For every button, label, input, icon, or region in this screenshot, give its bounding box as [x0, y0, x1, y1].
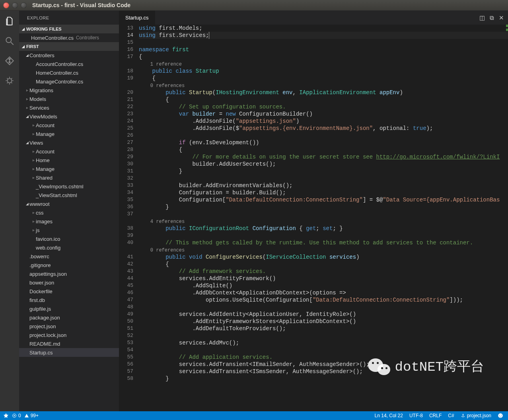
open-changes-icon[interactable]: ⧉ — [490, 14, 494, 21]
activity-bar — [0, 11, 19, 411]
chevron-right-icon: ▹ — [31, 228, 36, 232]
chevron-right-icon: ▹ — [31, 167, 36, 171]
editor-area: Startup.cs ◫ ⧉ ✕ 13141516171819202122232… — [119, 11, 508, 411]
svg-point-7 — [501, 415, 502, 416]
chevron-right-icon: ▹ — [31, 219, 36, 223]
feedback-icon[interactable] — [498, 413, 503, 418]
explorer-icon[interactable] — [4, 15, 15, 27]
window-minimize-icon[interactable] — [12, 2, 18, 8]
tree-item[interactable]: .bowerrc — [19, 252, 119, 261]
chevron-down-icon: ◢ — [25, 141, 29, 145]
window-maximize-icon[interactable] — [21, 2, 27, 8]
tree-item[interactable]: ◢Controllers — [19, 51, 119, 60]
tree-item[interactable]: ManageController.cs — [19, 77, 119, 86]
window-close-icon[interactable] — [3, 2, 9, 8]
chevron-right-icon: ▹ — [31, 176, 36, 180]
tab-actions: ◫ ⧉ ✕ — [479, 14, 508, 21]
tree-item[interactable]: _ViewImports.cshtml — [19, 182, 119, 191]
chevron-right-icon: ▹ — [25, 106, 29, 110]
tree-item[interactable]: ◢Views — [19, 138, 119, 147]
tree-item[interactable]: HomeController.cs — [19, 68, 119, 77]
chevron-right-icon: ▹ — [31, 211, 36, 215]
svg-point-5 — [498, 413, 503, 418]
code-editor[interactable]: 1314151617181920212223242526272829303132… — [119, 25, 508, 411]
tree-item[interactable]: ▹css — [19, 208, 119, 217]
chevron-down-icon: ◢ — [25, 202, 29, 206]
chevron-down-icon: ◢ — [21, 27, 25, 31]
tree-item[interactable]: Dockerfile — [19, 287, 119, 296]
project-tree: ◢ControllersAccountController.csHomeCont… — [19, 51, 119, 411]
title-bar: Startup.cs - first - Visual Studio Code — [0, 0, 508, 11]
svg-point-0 — [6, 37, 11, 43]
tree-item[interactable]: ▹js — [19, 226, 119, 234]
chevron-right-icon: ▹ — [31, 132, 36, 136]
tree-item[interactable]: favicon.ico — [19, 234, 119, 243]
status-eol[interactable]: CRLF — [429, 413, 442, 418]
tree-item[interactable]: ◢ViewModels — [19, 112, 119, 121]
tree-item[interactable]: appsettings.json — [19, 269, 119, 278]
chevron-right-icon: ▹ — [31, 158, 36, 162]
tree-item[interactable]: ▹Home — [19, 156, 119, 165]
search-icon[interactable] — [4, 35, 15, 46]
status-warnings[interactable]: 99+ — [24, 413, 39, 418]
sidebar: EXPLORE ◢ WORKING FILES HomeController.c… — [19, 11, 119, 411]
working-files-header[interactable]: ◢ WORKING FILES — [19, 25, 119, 33]
tree-item[interactable]: .gitignore — [19, 261, 119, 269]
tree-item[interactable]: README.md — [19, 339, 119, 348]
tree-item[interactable]: AccountController.cs — [19, 60, 119, 68]
chevron-down-icon: ◢ — [25, 114, 29, 118]
window-title: Startup.cs - first - Visual Studio Code — [32, 2, 130, 8]
project-header[interactable]: ◢ FIRST — [19, 42, 119, 51]
svg-point-3 — [8, 79, 12, 83]
tree-item[interactable]: ▹Manage — [19, 130, 119, 138]
debug-icon[interactable] — [4, 75, 15, 86]
tree-item[interactable]: web.config — [19, 243, 119, 252]
tree-item[interactable]: ▹Manage — [19, 165, 119, 173]
chevron-down-icon: ◢ — [21, 45, 25, 48]
tree-item[interactable]: package.json — [19, 313, 119, 322]
status-position[interactable]: Ln 14, Col 22 — [375, 413, 403, 418]
status-bar: 0 99+ Ln 14, Col 22 UTF-8 CRLF C# projec… — [0, 411, 508, 420]
chevron-right-icon: ▹ — [31, 149, 36, 153]
tree-item[interactable]: Startup.cs — [19, 348, 119, 357]
tree-item[interactable]: ▹images — [19, 217, 119, 226]
window-controls — [0, 2, 27, 8]
tree-item[interactable]: ▹Account — [19, 121, 119, 130]
tree-item[interactable]: ▹Shared — [19, 173, 119, 182]
status-project[interactable]: project.json — [461, 413, 491, 418]
overview-ruler — [506, 25, 508, 411]
tree-item[interactable]: ▹Services — [19, 103, 119, 112]
tree-item[interactable]: ▹Migrations — [19, 86, 119, 95]
sidebar-title: EXPLORE — [19, 11, 119, 25]
working-file-item[interactable]: HomeController.cs Controllers — [19, 33, 119, 42]
tree-item[interactable]: bower.json — [19, 278, 119, 287]
chevron-down-icon: ◢ — [25, 53, 29, 57]
tree-item[interactable]: ▹Account — [19, 147, 119, 156]
tree-item[interactable]: project.json — [19, 322, 119, 331]
chevron-right-icon: ▹ — [25, 88, 29, 92]
working-files-tree: HomeController.cs Controllers — [19, 33, 119, 42]
tree-item[interactable]: first.db — [19, 296, 119, 304]
close-tab-icon[interactable]: ✕ — [499, 14, 504, 21]
split-editor-icon[interactable]: ◫ — [479, 14, 485, 21]
tree-item[interactable]: project.lock.json — [19, 331, 119, 339]
tree-item[interactable]: _ViewStart.cshtml — [19, 191, 119, 199]
status-encoding[interactable]: UTF-8 — [409, 413, 423, 418]
svg-point-2 — [9, 62, 10, 63]
tree-item[interactable]: ▹Models — [19, 95, 119, 103]
tree-item[interactable]: gulpfile.js — [19, 304, 119, 313]
tab-active[interactable]: Startup.cs — [119, 11, 155, 25]
tree-item[interactable]: ◢wwwroot — [19, 199, 119, 208]
git-icon[interactable] — [4, 55, 15, 66]
tab-row: Startup.cs ◫ ⧉ ✕ — [119, 11, 508, 25]
status-errors[interactable]: 0 — [12, 413, 21, 418]
status-language[interactable]: C# — [448, 413, 454, 418]
chevron-right-icon: ▹ — [25, 97, 29, 101]
chevron-right-icon: ▹ — [31, 123, 36, 127]
svg-point-6 — [499, 415, 500, 416]
omnisharp-icon[interactable] — [3, 413, 9, 418]
